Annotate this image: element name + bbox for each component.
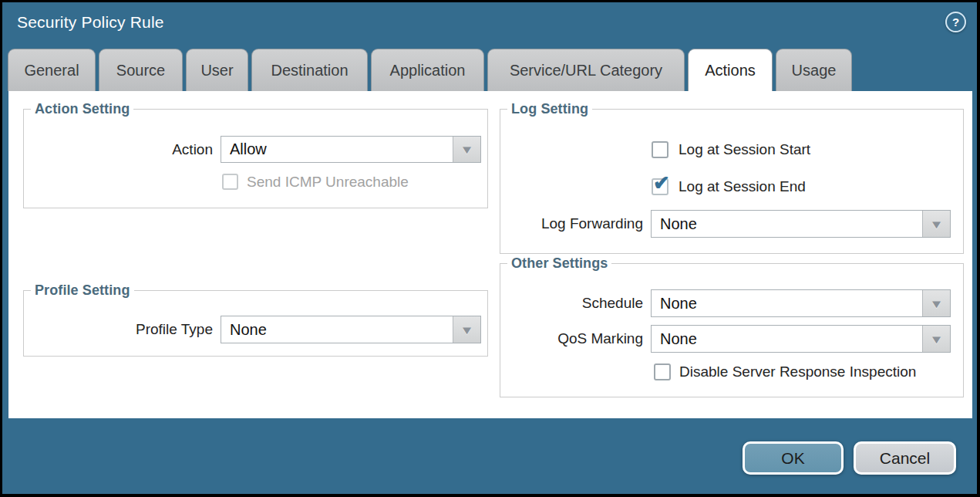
log-setting-legend: Log Setting	[507, 101, 592, 117]
qos-marking-dropdown-value: None	[652, 326, 922, 352]
profile-type-dropdown[interactable]: None ▼	[221, 316, 481, 343]
log-at-session-end-label[interactable]: Log at Session End	[679, 178, 806, 195]
action-dropdown[interactable]: Allow ▼	[221, 136, 481, 163]
other-settings-group: Other Settings Schedule None ▼ QoS Marki…	[500, 263, 964, 397]
log-at-session-start-checkbox[interactable]	[652, 141, 668, 158]
schedule-dropdown-button[interactable]: ▼	[922, 290, 950, 316]
security-policy-rule-dialog: Security Policy Rule ? General Source Us…	[0, 0, 980, 497]
tab-service-url-category[interactable]: Service/URL Category	[487, 49, 685, 91]
tab-source[interactable]: Source	[99, 49, 183, 91]
schedule-dropdown-value: None	[652, 290, 922, 316]
log-setting-group: Log Setting Log at Session Start ✔ Log a…	[500, 109, 964, 254]
chevron-down-icon: ▼	[929, 218, 944, 231]
action-dropdown-value: Allow	[221, 137, 453, 162]
qos-marking-dropdown-button[interactable]: ▼	[922, 326, 950, 352]
help-icon[interactable]: ?	[945, 12, 966, 32]
chevron-down-icon: ▼	[929, 297, 944, 310]
chevron-down-icon: ▼	[929, 333, 944, 346]
qos-marking-dropdown[interactable]: None ▼	[651, 325, 951, 353]
check-icon: ✔	[653, 173, 670, 193]
other-settings-legend: Other Settings	[507, 255, 611, 272]
ok-button[interactable]: OK	[743, 441, 844, 475]
send-icmp-unreachable-checkbox	[222, 174, 238, 190]
tab-actions[interactable]: Actions	[688, 49, 773, 92]
action-setting-group: Action Setting Action Allow ▼ Send ICMP …	[23, 109, 488, 208]
profile-setting-legend: Profile Setting	[31, 282, 134, 299]
dialog-title: Security Policy Rule	[17, 13, 164, 32]
action-dropdown-button[interactable]: ▼	[453, 137, 480, 162]
chevron-down-icon: ▼	[460, 323, 474, 336]
profile-type-dropdown-value: None	[221, 316, 453, 343]
profile-setting-group: Profile Setting Profile Type None ▼	[23, 290, 488, 357]
qos-marking-label: QoS Marking	[500, 325, 643, 353]
send-icmp-unreachable-label: Send ICMP Unreachable	[247, 174, 409, 190]
disable-server-response-inspection-label[interactable]: Disable Server Response Inspection	[679, 363, 916, 380]
tab-user[interactable]: User	[186, 49, 248, 91]
profile-type-label: Profile Type	[24, 316, 213, 343]
log-forwarding-dropdown-value: None	[652, 211, 922, 237]
profile-type-dropdown-button[interactable]: ▼	[453, 316, 480, 343]
schedule-dropdown[interactable]: None ▼	[651, 289, 951, 317]
action-setting-legend: Action Setting	[31, 101, 133, 117]
action-label: Action	[24, 136, 213, 163]
schedule-label: Schedule	[500, 289, 643, 317]
disable-server-response-inspection-checkbox[interactable]	[654, 363, 671, 380]
tab-general[interactable]: General	[8, 49, 96, 91]
chevron-down-icon: ▼	[460, 143, 474, 156]
log-at-session-end-checkbox[interactable]: ✔	[652, 178, 668, 195]
tab-destination[interactable]: Destination	[251, 49, 368, 91]
tab-usage[interactable]: Usage	[776, 49, 852, 91]
log-forwarding-dropdown[interactable]: None ▼	[651, 210, 951, 238]
cancel-button[interactable]: Cancel	[854, 441, 956, 475]
tab-bar: General Source User Destination Applicat…	[8, 49, 852, 91]
log-forwarding-dropdown-button[interactable]: ▼	[922, 211, 950, 237]
log-forwarding-label: Log Forwarding	[500, 210, 643, 238]
log-at-session-start-label[interactable]: Log at Session Start	[679, 141, 810, 158]
tab-application[interactable]: Application	[371, 49, 484, 91]
